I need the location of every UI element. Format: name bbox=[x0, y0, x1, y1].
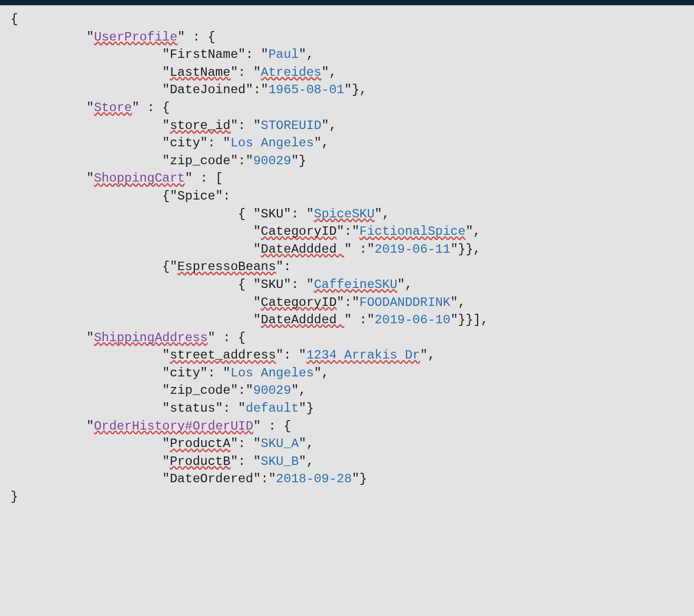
key-spice-cat: CategoryID bbox=[261, 224, 336, 239]
key-store: Store bbox=[94, 101, 132, 115]
key-ship-city: city bbox=[170, 366, 200, 380]
code-block: { "UserProfile" : { "FirstName": "Paul",… bbox=[0, 5, 694, 511]
val-status: default bbox=[246, 401, 299, 415]
val-ship-zip: 90029 bbox=[253, 383, 291, 398]
key-espresso-date: DateAddded bbox=[261, 313, 344, 327]
key-street: street_address bbox=[170, 348, 276, 362]
val-espresso-sku: CaffeineSKU bbox=[314, 277, 397, 292]
key-store-zip: zip_code bbox=[170, 154, 230, 168]
key-espresso-cat: CategoryID bbox=[261, 295, 336, 310]
val-espresso-cat: FOODANDDRINK bbox=[360, 295, 451, 310]
val-spice-cat: FictionalSpice bbox=[360, 224, 466, 239]
key-productb: ProductB bbox=[170, 454, 230, 469]
key-orderhistory: OrderHistory#OrderUID bbox=[94, 419, 253, 433]
val-ship-city: Los Angeles bbox=[231, 366, 314, 380]
key-store-city: city bbox=[170, 136, 200, 150]
key-storeid: store_id bbox=[170, 118, 230, 133]
val-street: 1234 Arrakis Dr bbox=[306, 348, 420, 362]
key-userprofile: UserProfile bbox=[94, 30, 177, 44]
key-ship-zip: zip_code bbox=[170, 383, 230, 398]
key-lastname: LastName bbox=[170, 65, 230, 80]
key-firstname: FirstName bbox=[170, 47, 238, 62]
val-producta: SKU_A bbox=[261, 436, 299, 451]
key-espresso-sku: SKU bbox=[261, 277, 283, 292]
titlebar bbox=[0, 0, 694, 5]
key-datejoined: DateJoined bbox=[170, 83, 245, 97]
val-storeid: STOREUID bbox=[261, 118, 321, 133]
key-producta: ProductA bbox=[170, 436, 230, 451]
val-spice-sku: SpiceSKU bbox=[314, 207, 374, 221]
key-espresso: EspressoBeans bbox=[177, 260, 276, 274]
val-datejoined: 1965-08-01 bbox=[269, 83, 344, 97]
key-spice: Spice bbox=[177, 189, 215, 203]
val-espresso-date: 2019-06-10 bbox=[374, 313, 450, 327]
key-shoppingcart: ShoppingCart bbox=[94, 171, 185, 185]
val-productb: SKU_B bbox=[261, 454, 299, 469]
val-store-city: Los Angeles bbox=[231, 136, 314, 150]
val-firstname: Paul bbox=[269, 47, 299, 62]
key-spice-sku: SKU bbox=[261, 207, 283, 221]
val-spice-date: 2019-06-11 bbox=[374, 242, 450, 256]
key-status: status bbox=[170, 401, 215, 415]
key-shipping: ShippingAddress bbox=[94, 331, 207, 345]
val-lastname: Atreides bbox=[261, 65, 321, 80]
key-dateordered: DateOrdered bbox=[170, 472, 253, 486]
key-spice-date: DateAddded bbox=[261, 242, 344, 256]
val-store-zip: 90029 bbox=[253, 154, 291, 168]
val-dateordered: 2018-09-28 bbox=[276, 472, 352, 486]
